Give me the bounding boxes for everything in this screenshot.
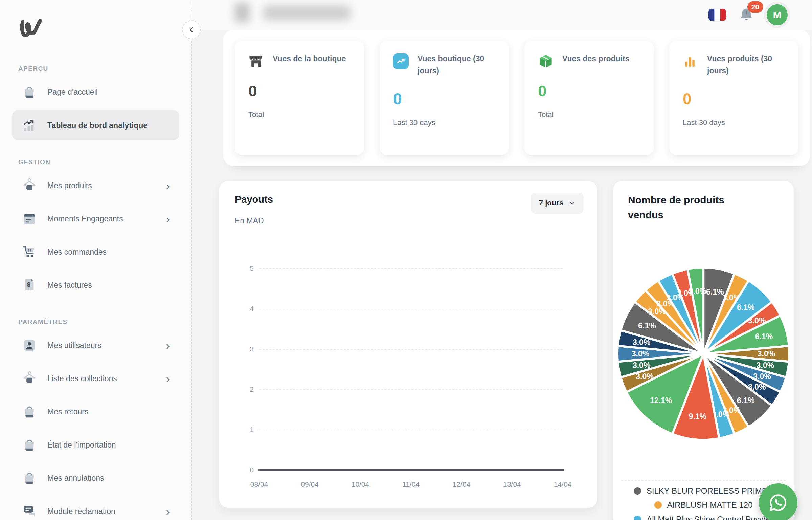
sidebar-item-tableau-de-bord-analytique[interactable]: Tableau de bord analytique: [12, 110, 179, 140]
stat-card-header: Vues produits (30 jours): [683, 53, 785, 77]
sidebar-section-label: GESTION: [18, 158, 179, 166]
analytics-icon: [22, 117, 37, 133]
stat-card-title: Vues de la boutique: [273, 53, 346, 65]
sidebar-item-etat-de-l-importation[interactable]: État de l'importation: [12, 430, 179, 460]
pie-slice-label: 3.0%: [633, 338, 651, 347]
whatsapp-icon: [767, 492, 789, 514]
trend-icon: [393, 53, 409, 69]
chart-gridline: [259, 430, 563, 430]
sidebar-item-label: Mes commandes: [47, 247, 107, 257]
whatsapp-button[interactable]: [759, 483, 797, 520]
sidebar-item-module-reclamation[interactable]: Module réclamation›: [12, 496, 179, 520]
legend-color-dot: [634, 487, 641, 495]
payouts-series-line: [258, 469, 564, 471]
sidebar-collapse-button[interactable]: [182, 20, 201, 39]
package-icon: [538, 53, 554, 69]
sidebar: APERÇUPage d'accueilTableau de bord anal…: [0, 0, 191, 520]
sidebar-item-liste-des-collections[interactable]: Liste des collections›: [12, 364, 179, 393]
products-sold-pie-chart: 6.1%3.0%6.1%3.0%6.1%3.0%3.0%3.0%3.0%6.1%…: [615, 265, 792, 442]
sidebar-item-label: État de l'importation: [47, 440, 116, 450]
chevron-right-icon: ›: [166, 213, 170, 224]
sidebar-item-label: Module réclamation: [47, 507, 115, 516]
stats-panel: Vues de la boutique0TotalVues boutique (…: [223, 30, 810, 166]
sidebar-item-mes-utilisateurs[interactable]: Mes utilisateurs›: [12, 330, 179, 360]
chevron-right-icon: ›: [166, 373, 170, 384]
barchart-icon: [683, 53, 698, 69]
notifications-button[interactable]: 20: [738, 7, 754, 23]
storefront-icon: [248, 53, 264, 69]
pie-slice-label: 6.1%: [638, 321, 656, 330]
sidebar-item-mes-commandes[interactable]: Mes commandes: [12, 237, 179, 267]
y-axis-tick-label: 1: [236, 426, 254, 434]
legend-label: All Matt Plus Shine Control Powder: [647, 515, 773, 520]
x-axis-tick-label: 13/04: [503, 480, 521, 489]
payouts-card: Payouts En MAD 7 jours 54321008/0409/041…: [219, 181, 597, 508]
stat-card-caption: Last 30 days: [393, 118, 495, 127]
stat-card-value: 0: [538, 82, 640, 100]
pie-slice-label: 6.1%: [737, 396, 755, 405]
language-flag-button[interactable]: [708, 9, 726, 21]
pie-slice-label: 6.1%: [706, 287, 724, 296]
x-axis-tick-label: 14/04: [554, 480, 572, 489]
sidebar-item-label: Mes annulations: [47, 474, 104, 483]
french-flag-icon: [708, 9, 726, 21]
stat-card-value: 0: [248, 82, 351, 100]
stat-card-caption: Total: [248, 110, 351, 119]
pie-slice-label: 3.0%: [632, 349, 650, 358]
sidebar-item-mes-retours[interactable]: Mes retours: [12, 397, 179, 427]
sidebar-section-label: APERÇU: [18, 65, 179, 72]
y-axis-tick-label: 3: [236, 345, 254, 353]
bag-icon: [22, 84, 37, 100]
products-sold-card: Nombre de produits vendus 6.1%3.0%6.1%3.…: [613, 181, 794, 520]
stat-card-title: Vues des produits: [562, 53, 630, 65]
pie-slice-label: 12.1%: [650, 396, 672, 405]
y-axis-tick-label: 2: [236, 385, 254, 393]
sidebar-item-label: Mes factures: [47, 281, 92, 290]
bag-icon: [22, 404, 37, 419]
hanger-icon: [22, 371, 37, 386]
stat-card-vues-produits-30-jours: Vues produits (30 jours)0Last 30 days: [669, 41, 798, 155]
y-axis-tick-label: 4: [236, 305, 254, 313]
stat-card-caption: Total: [538, 110, 640, 119]
blurred-store-icon: [235, 3, 250, 22]
chart-gridline: [259, 349, 563, 350]
chevron-right-icon: ›: [166, 340, 170, 351]
stat-card-title: Vues produits (30 jours): [707, 53, 785, 77]
payouts-line-chart: 54321008/0409/0410/0411/0412/0413/0414/0…: [219, 181, 597, 508]
chart-gridline: [259, 309, 563, 309]
stat-card-vues-boutique-30-jours: Vues boutique (30 jours)0Last 30 days: [380, 41, 509, 155]
x-axis-tick-label: 12/04: [453, 480, 471, 489]
legend-color-dot: [634, 516, 641, 520]
sidebar-item-mes-produits[interactable]: Mes produits›: [12, 171, 179, 200]
sidebar-item-label: Mes utilisateurs: [47, 341, 102, 350]
stat-card-title: Vues boutique (30 jours): [418, 53, 495, 77]
topbar-actions: 20 M: [708, 0, 788, 30]
pie-slice-label: 6.1%: [737, 303, 755, 312]
sidebar-item-label: Moments Engageants: [47, 214, 123, 223]
pie-slice-label: 3.0%: [636, 372, 654, 381]
pie-slice-label: 3.0%: [633, 361, 651, 370]
hanger-icon: [22, 178, 37, 193]
legend-label: SILKY BLUR PORELESS PRIMER: [647, 486, 773, 496]
sidebar-item-mes-annulations[interactable]: Mes annulations: [12, 463, 179, 493]
chevron-right-icon: ›: [166, 505, 170, 517]
sidebar-item-label: Page d'accueil: [47, 88, 98, 97]
sidebar-item-page-d-accueil[interactable]: Page d'accueil: [12, 77, 179, 107]
stats-row: Vues de la boutique0TotalVues boutique (…: [223, 30, 810, 166]
stat-card-header: Vues de la boutique: [248, 53, 351, 69]
stat-card-value: 0: [393, 90, 495, 108]
svg-text:$: $: [27, 281, 30, 288]
blurred-store-title: [263, 5, 351, 20]
stat-card-header: Vues boutique (30 jours): [393, 53, 495, 77]
sidebar-item-mes-factures[interactable]: $Mes factures: [12, 270, 179, 300]
sidebar-item-moments-engageants[interactable]: Moments Engageants›: [12, 204, 179, 234]
stat-card-caption: Last 30 days: [683, 118, 785, 127]
pie-slice-label: 3.0%: [689, 287, 707, 296]
x-axis-tick-label: 11/04: [402, 480, 420, 489]
brand-logo[interactable]: [20, 18, 49, 39]
sidebar-section-label: PARAMÈTRES: [18, 318, 179, 326]
stat-card-vues-des-produits: Vues des produits0Total: [524, 41, 654, 155]
sidebar-item-label: Tableau de bord analytique: [47, 121, 148, 130]
topbar: 20 M: [191, 0, 812, 30]
user-avatar[interactable]: M: [767, 4, 788, 25]
